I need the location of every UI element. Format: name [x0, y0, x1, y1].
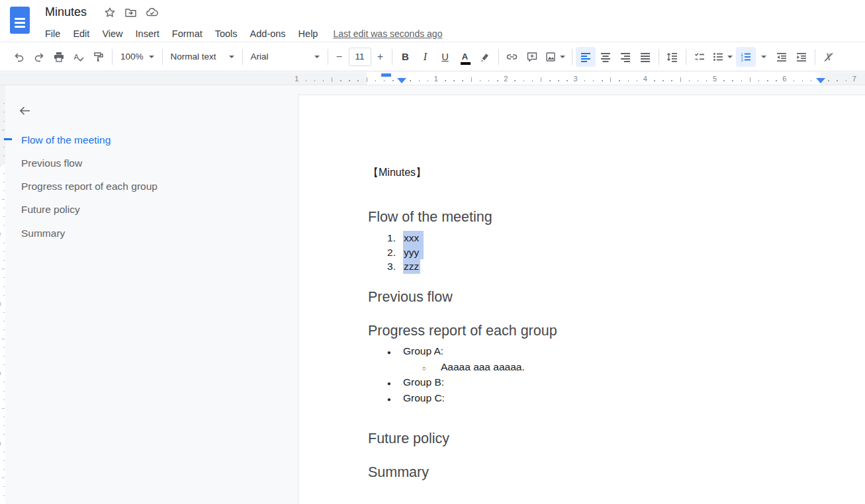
align-center-button[interactable] [596, 47, 615, 67]
chevron-down-icon [229, 56, 234, 58]
chevron-down-icon [314, 56, 320, 58]
move-folder-icon[interactable] [124, 7, 137, 19]
increase-indent-button[interactable] [792, 47, 811, 67]
header: Minutes File Edit View Insert Format Too… [0, 0, 865, 42]
separator [686, 49, 686, 65]
menu-addons[interactable]: Add-ons [250, 28, 286, 39]
line-spacing-button[interactable] [662, 47, 682, 67]
outline-item-previous-flow[interactable]: Previous flow [21, 157, 82, 169]
ruler-number: 2 [504, 75, 508, 83]
underline-button[interactable]: U [435, 47, 455, 67]
doc-heading-flow[interactable]: Flow of the meeting [368, 210, 492, 224]
clear-formatting-button[interactable]: X [819, 47, 839, 67]
menu-tools[interactable]: Tools [215, 28, 238, 39]
svg-text:A: A [74, 52, 79, 60]
right-indent-marker[interactable] [816, 78, 825, 83]
spellcheck-button[interactable]: A [69, 47, 89, 67]
menu-help[interactable]: Help [298, 28, 318, 39]
print-button[interactable] [49, 47, 69, 67]
decrease-font-size-button[interactable]: − [332, 47, 347, 67]
paint-format-icon [93, 51, 105, 63]
menu-insert[interactable]: Insert [136, 28, 159, 39]
separator [112, 49, 113, 65]
italic-button[interactable]: I [416, 47, 435, 67]
doc-paragraph-minutes-label[interactable]: 【Minutes】 [368, 166, 426, 180]
doc-heading-progress[interactable]: Progress report of each group [368, 323, 557, 338]
highlight-color-button[interactable] [475, 47, 495, 67]
doc-heading-summary[interactable]: Summary [368, 465, 429, 480]
undo-button[interactable] [9, 47, 29, 67]
line-spacing-icon [666, 51, 678, 63]
increase-font-size-button[interactable]: + [373, 47, 388, 67]
selected-text[interactable]: yyy [403, 245, 424, 260]
bold-button[interactable]: B [396, 47, 416, 67]
doc-bulleted-list[interactable]: ● Group A: ○ Aaaaa aaa aaaaa. ● Group B:… [368, 344, 525, 406]
align-right-button[interactable] [615, 47, 635, 67]
chevron-down-icon [560, 56, 565, 58]
ruler-number: 2 [0, 231, 1, 237]
doc-heading-previous[interactable]: Previous flow [368, 290, 453, 304]
ruler-number: 1 [434, 75, 438, 83]
doc-heading-future[interactable]: Future policy [368, 431, 449, 446]
selected-text[interactable]: xxx [403, 231, 424, 245]
menu-edit[interactable]: Edit [73, 28, 89, 39]
comment-icon [526, 51, 538, 63]
docs-logo-icon[interactable] [10, 7, 30, 34]
doc-numbered-list[interactable]: 1. xxx 2. yyy 3. zzz [368, 231, 424, 274]
text-color-button[interactable]: A [455, 47, 475, 67]
outline-item-flow-of-the-meeting[interactable]: Flow of the meeting [21, 134, 111, 146]
list-item: 3. zzz [368, 259, 424, 274]
decrease-indent-button[interactable] [772, 47, 792, 67]
cloud-saved-icon[interactable] [146, 7, 159, 19]
chevron-down-icon [761, 56, 766, 58]
star-icon[interactable] [104, 7, 116, 19]
redo-button[interactable] [29, 47, 49, 67]
ruler-number: 6 [782, 75, 786, 83]
styles-select[interactable]: Normal text [166, 47, 239, 67]
separator [162, 49, 163, 65]
selected-text[interactable]: zzz [403, 259, 420, 274]
align-left-button[interactable] [576, 47, 596, 67]
numbered-list-icon: 123 [740, 51, 752, 63]
document-page[interactable]: 【Minutes】 Flow of the meeting 1. xxx 2. … [298, 95, 865, 504]
last-edit-link[interactable]: Last edit was seconds ago [333, 28, 442, 39]
document-title[interactable]: Minutes [45, 5, 87, 19]
chevron-down-icon [149, 56, 154, 58]
outline-item-progress-report[interactable]: Progress report of each group [21, 181, 158, 192]
separator [659, 49, 659, 65]
add-comment-button[interactable] [522, 47, 542, 67]
decrease-indent-icon [776, 51, 788, 63]
ruler-number: 5 [713, 75, 717, 83]
menu-format[interactable]: Format [172, 28, 203, 39]
ruler-number: 7 [852, 75, 856, 83]
close-outline-button[interactable] [18, 104, 32, 118]
outline-pane: Flow of the meeting Previous flow Progre… [5, 85, 298, 504]
menu-file[interactable]: File [45, 28, 60, 39]
separator [328, 49, 328, 65]
zoom-select[interactable]: 100% [116, 47, 159, 67]
increase-indent-icon [796, 51, 807, 63]
outline-item-summary[interactable]: Summary [21, 228, 65, 239]
list-item: ● Group A: [368, 344, 525, 360]
image-icon [545, 51, 557, 63]
first-line-indent-marker[interactable] [381, 73, 391, 77]
justify-button[interactable] [635, 47, 655, 67]
ruler-number: 3 [573, 75, 577, 83]
ruler-number: 1 [295, 75, 298, 83]
numbered-list-menu-button[interactable] [756, 47, 772, 67]
menu-view[interactable]: View [102, 28, 122, 39]
separator [572, 49, 572, 65]
separator [392, 49, 392, 65]
bulleted-list-button[interactable] [709, 47, 736, 67]
font-select[interactable]: Arial [246, 47, 324, 67]
insert-image-button[interactable] [542, 47, 569, 67]
left-indent-marker[interactable] [397, 78, 406, 83]
outline-active-indicator [4, 138, 12, 140]
outline-item-future-policy[interactable]: Future policy [21, 204, 80, 216]
paint-format-button[interactable] [89, 47, 109, 67]
font-size-input[interactable]: 11 [349, 48, 371, 66]
checklist-button[interactable] [690, 47, 709, 67]
insert-link-button[interactable] [502, 47, 522, 67]
align-center-icon [600, 51, 612, 63]
numbered-list-button[interactable]: 123 [736, 47, 756, 67]
